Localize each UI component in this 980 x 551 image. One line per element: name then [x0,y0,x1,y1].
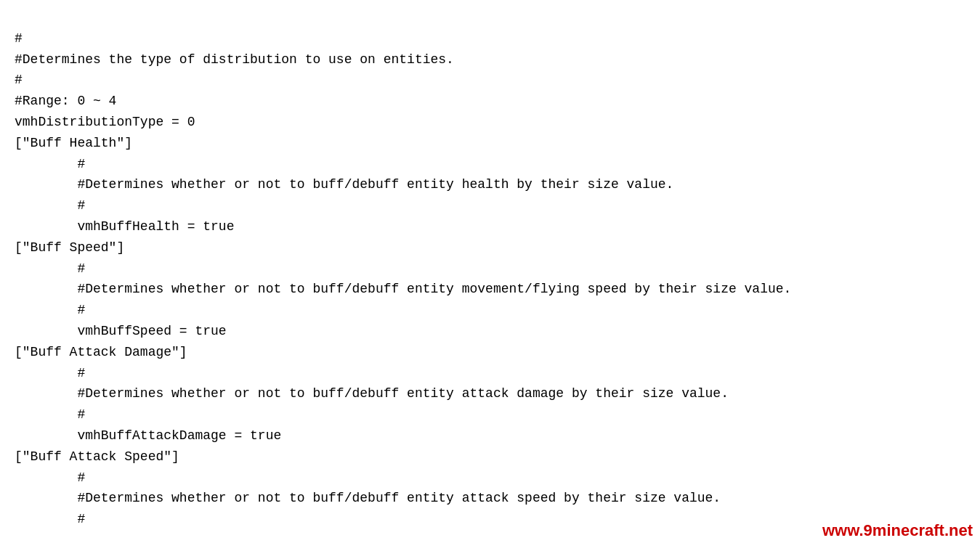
code-line: # [15,363,965,384]
code-line: vmhBuffSpeed = true [15,321,965,342]
code-line: # [15,404,965,425]
code-line: vmhDistributionType = 0 [15,112,965,133]
code-content: ##Determines the type of distribution to… [15,7,965,530]
code-line: ["Buff Attack Speed"] [15,446,965,468]
code-line: ["Buff Attack Damage"] [15,342,965,363]
code-line: # [15,468,965,489]
code-line: ["Buff Speed"] [15,237,965,258]
watermark: www.9minecraft.net [822,521,973,540]
code-line: #Determines whether or not to buff/debuf… [15,279,965,300]
code-line: ["Buff Health"] [15,133,965,154]
code-line: # [15,70,965,91]
code-line: # [15,28,965,49]
code-line: vmhBuffAttackDamage = true [15,425,965,446]
code-line: #Determines whether or not to buff/debuf… [15,488,965,509]
code-line: vmhBuffHealth = true [15,216,965,237]
code-line: # [15,258,965,279]
code-line: # [15,300,965,321]
code-line: #Range: 0 ~ 4 [15,91,965,112]
code-line: #Determines whether or not to buff/debuf… [15,383,965,404]
code-line: #Determines whether or not to buff/debuf… [15,174,965,195]
code-line: #Determines the type of distribution to … [15,49,965,70]
code-line: # [15,195,965,216]
code-line: # [15,154,965,175]
